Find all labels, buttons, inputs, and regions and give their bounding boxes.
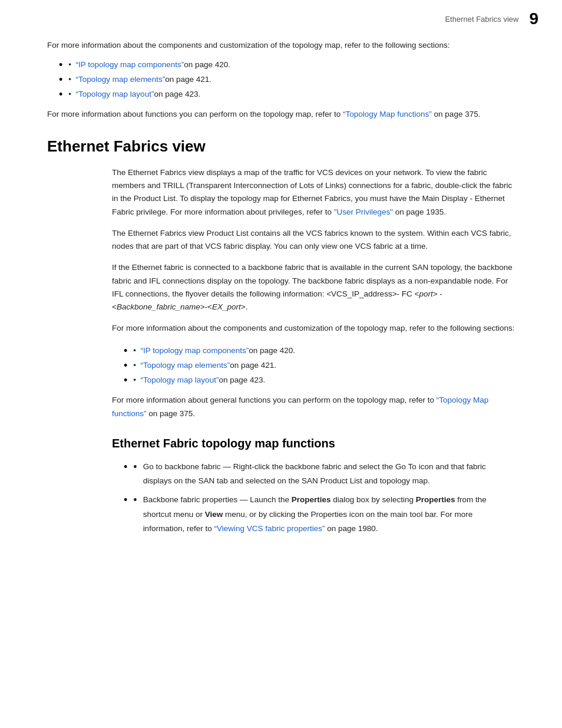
topology-layout-link-1[interactable]: “Topology map layout” [76, 87, 154, 101]
main-para-3: If the Ethernet fabric is connected to a… [112, 261, 515, 314]
list-item: • “Topology map elements” on page 421. [59, 73, 515, 87]
ip-topology-link-1[interactable]: “IP topology map components” [76, 58, 184, 72]
main-section-body: The Ethernet Fabrics view displays a map… [112, 166, 515, 536]
intro-paragraph: For more information about the component… [47, 39, 515, 52]
sub-section: Ethernet Fabric topology map functions •… [112, 437, 515, 536]
topology-map-functions-link-intro[interactable]: “Topology Map functions” [343, 110, 432, 118]
main-footer: For more information about general funct… [112, 394, 515, 420]
list-item: • “IP topology map components” on page 4… [124, 344, 515, 358]
topology-elements-link-1[interactable]: “Topology map elements” [76, 73, 166, 87]
properties-bold-1: Properties [292, 495, 331, 504]
vcs-fabric-properties-link[interactable]: “Viewing VCS fabric properties” [214, 524, 325, 533]
bullet-suffix: on page 423. [219, 373, 265, 387]
bullet-suffix: on page 420. [184, 58, 230, 72]
user-privileges-link[interactable]: "User Privileges" [334, 207, 393, 216]
list-item: • Go to backbone fabric — Right-click th… [124, 460, 515, 489]
list-item: • “IP topology map components” on page 4… [59, 58, 515, 73]
list-item: • Backbone fabric properties — Launch th… [124, 493, 515, 536]
properties-bold-2: Properties [416, 495, 455, 504]
page-container: Ethernet Fabrics view 9 For more informa… [0, 0, 562, 728]
intro-footer: For more information about functions you… [47, 108, 515, 121]
main-section-heading: Ethernet Fabrics view [47, 137, 515, 156]
page-number: 9 [529, 11, 538, 27]
list-item: • “Topology map elements” on page 421. [124, 358, 515, 373]
main-bullet-list: • “IP topology map components” on page 4… [124, 344, 515, 388]
ip-topology-link-2[interactable]: “IP topology map components” [141, 344, 249, 358]
sub-section-body: • Go to backbone fabric — Right-click th… [112, 460, 515, 536]
sub-section-heading: Ethernet Fabric topology map functions [112, 437, 515, 450]
main-para-1: The Ethernet Fabrics view displays a map… [112, 166, 515, 219]
topology-layout-link-2[interactable]: “Topology map layout” [141, 373, 219, 387]
main-para-2: The Ethernet Fabrics view Product List c… [112, 227, 515, 253]
bullet-suffix: on page 423. [154, 87, 200, 101]
bullet-suffix: on page 421. [165, 73, 211, 87]
topology-elements-link-2[interactable]: “Topology map elements” [141, 358, 230, 373]
bullet-suffix: on page 421. [230, 358, 276, 373]
view-bold: View [205, 510, 223, 519]
list-item: • “Topology map layout” on page 423. [124, 373, 515, 388]
page-header: Ethernet Fabrics view 9 [0, 0, 562, 33]
sub-bullet-list: • Go to backbone fabric — Right-click th… [124, 460, 515, 536]
main-para-4: For more information about the component… [112, 322, 515, 335]
intro-section: For more information about the component… [47, 39, 515, 121]
content-area: For more information about the component… [0, 33, 562, 565]
sub-bullet-1-text: Go to backbone fabric — Right-click the … [143, 460, 515, 489]
list-item: • “Topology map layout” on page 423. [59, 87, 515, 102]
header-section-title: Ethernet Fabrics view [445, 15, 518, 24]
sub-bullet-2-text: Backbone fabric properties — Launch the … [143, 493, 515, 536]
bullet-suffix: on page 420. [249, 344, 295, 358]
intro-bullet-list: • “IP topology map components” on page 4… [59, 58, 515, 103]
